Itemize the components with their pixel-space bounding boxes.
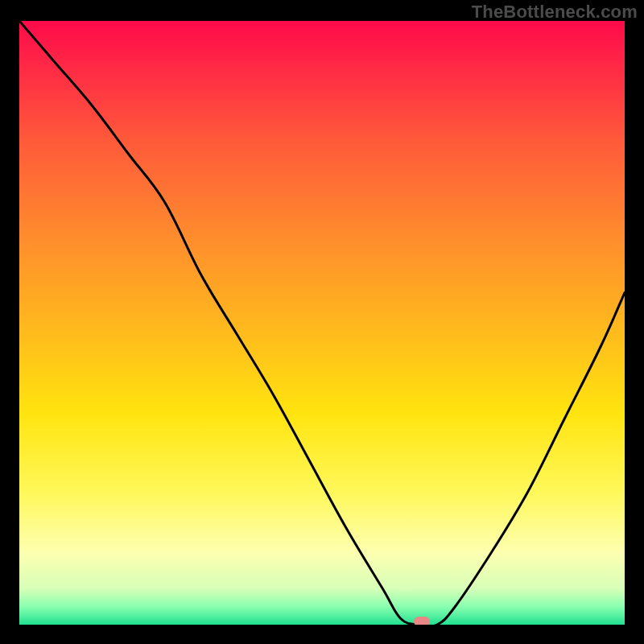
optimal-marker — [414, 617, 430, 625]
chart-container: TheBottleneck.com — [0, 0, 644, 644]
watermark-text: TheBottleneck.com — [472, 2, 638, 23]
bottleneck-curve — [19, 21, 625, 625]
plot-area — [19, 21, 625, 625]
curve-path — [19, 21, 625, 625]
